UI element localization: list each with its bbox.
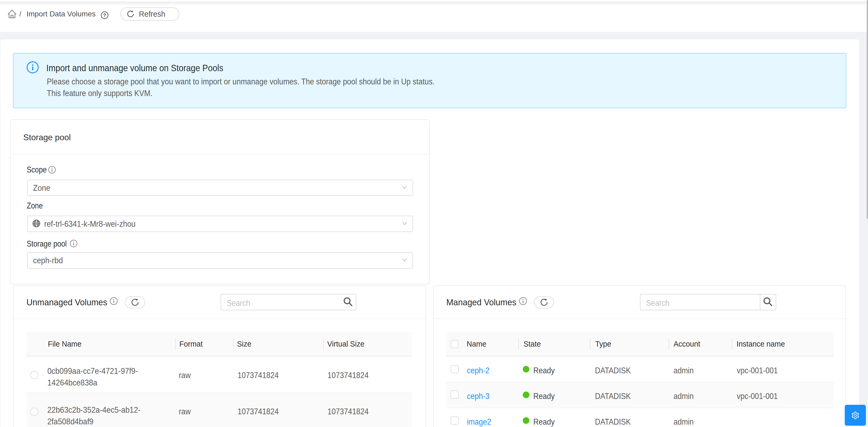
svg-text:?: ? [103, 13, 106, 18]
